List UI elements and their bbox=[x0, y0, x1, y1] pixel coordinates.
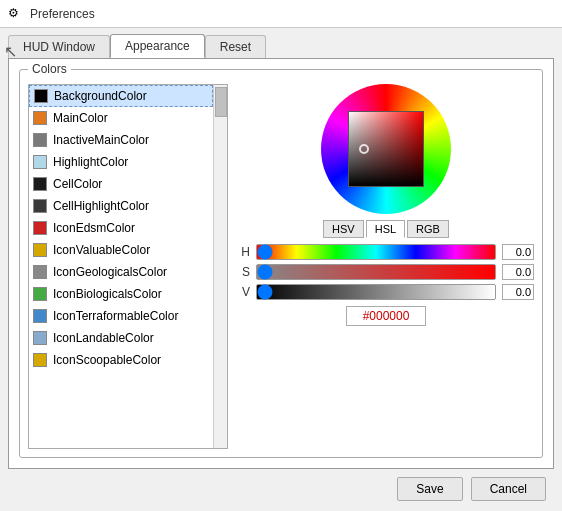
color-swatch bbox=[33, 199, 47, 213]
color-swatch bbox=[33, 287, 47, 301]
list-item[interactable]: IconScoopableColor bbox=[29, 349, 213, 371]
list-item[interactable]: MainColor bbox=[29, 107, 213, 129]
color-name: BackgroundColor bbox=[54, 89, 147, 103]
tab-btn-hsl[interactable]: HSL bbox=[366, 220, 405, 238]
slider-row-s: S bbox=[238, 264, 534, 280]
slider-s-value[interactable] bbox=[502, 264, 534, 280]
color-swatch bbox=[33, 221, 47, 235]
color-name: IconLandableColor bbox=[53, 331, 154, 345]
color-swatch bbox=[33, 331, 47, 345]
save-button[interactable]: Save bbox=[397, 477, 462, 501]
color-list[interactable]: BackgroundColor MainColor InactiveMainCo… bbox=[29, 85, 213, 448]
list-item[interactable]: BackgroundColor bbox=[29, 85, 213, 107]
color-name: CellColor bbox=[53, 177, 102, 191]
list-item[interactable]: IconBiologicalsColor bbox=[29, 283, 213, 305]
color-crosshair[interactable] bbox=[359, 144, 369, 154]
color-swatch bbox=[33, 177, 47, 191]
slider-h-label: H bbox=[238, 245, 250, 259]
color-swatch bbox=[33, 243, 47, 257]
colors-legend: Colors bbox=[28, 62, 71, 76]
slider-s-input[interactable] bbox=[256, 264, 496, 280]
color-name: IconTerraformableColor bbox=[53, 309, 178, 323]
color-swatch bbox=[33, 111, 47, 125]
color-swatch bbox=[33, 353, 47, 367]
main-container: HUD Window Appearance Reset ↖ Colors Bac… bbox=[0, 28, 562, 511]
color-swatch bbox=[33, 133, 47, 147]
color-swatch bbox=[33, 155, 47, 169]
tabs-bar: HUD Window Appearance Reset ↖ bbox=[8, 34, 554, 58]
list-item[interactable]: CellHighlightColor bbox=[29, 195, 213, 217]
color-swatch bbox=[33, 265, 47, 279]
app-icon: ⚙ bbox=[8, 6, 24, 22]
slider-s-label: S bbox=[238, 265, 250, 279]
tab-content: Colors BackgroundColor MainColor bbox=[8, 58, 554, 469]
tab-reset[interactable]: Reset bbox=[205, 35, 266, 58]
tab-btn-hsv[interactable]: HSV bbox=[323, 220, 364, 238]
list-item[interactable]: InactiveMainColor bbox=[29, 129, 213, 151]
colors-inner: BackgroundColor MainColor InactiveMainCo… bbox=[28, 84, 534, 449]
title-bar: ⚙ Preferences bbox=[0, 0, 562, 28]
tab-hud-window[interactable]: HUD Window bbox=[8, 35, 110, 58]
slider-row-v: V bbox=[238, 284, 534, 300]
slider-row-h: H bbox=[238, 244, 534, 260]
color-swatch bbox=[33, 309, 47, 323]
scrollbar[interactable] bbox=[213, 85, 227, 448]
list-item[interactable]: IconEdsmColor bbox=[29, 217, 213, 239]
slider-v-label: V bbox=[238, 285, 250, 299]
slider-section: H S V bbox=[238, 244, 534, 300]
color-name: MainColor bbox=[53, 111, 108, 125]
color-name: IconEdsmColor bbox=[53, 221, 135, 235]
list-item[interactable]: IconTerraformableColor bbox=[29, 305, 213, 327]
color-name: HighlightColor bbox=[53, 155, 128, 169]
color-name: IconValuableColor bbox=[53, 243, 150, 257]
color-name: IconBiologicalsColor bbox=[53, 287, 162, 301]
list-item[interactable]: IconLandableColor bbox=[29, 327, 213, 349]
color-name: IconGeologicalsColor bbox=[53, 265, 167, 279]
hex-input[interactable] bbox=[346, 306, 426, 326]
color-wheel-container[interactable] bbox=[321, 84, 451, 214]
list-item[interactable]: IconGeologicalsColor bbox=[29, 261, 213, 283]
slider-h-value[interactable] bbox=[502, 244, 534, 260]
title-bar-text: Preferences bbox=[30, 7, 95, 21]
list-item[interactable]: HighlightColor bbox=[29, 151, 213, 173]
colors-group: Colors BackgroundColor MainColor bbox=[19, 69, 543, 458]
color-gradient-box[interactable] bbox=[348, 111, 424, 187]
color-swatch bbox=[34, 89, 48, 103]
bottom-buttons: Save Cancel bbox=[8, 469, 554, 505]
color-name: CellHighlightColor bbox=[53, 199, 149, 213]
cancel-button[interactable]: Cancel bbox=[471, 477, 546, 501]
color-picker-panel: HSV HSL RGB H S bbox=[238, 84, 534, 449]
slider-h-input[interactable] bbox=[256, 244, 496, 260]
color-name: IconScoopableColor bbox=[53, 353, 161, 367]
list-item[interactable]: CellColor bbox=[29, 173, 213, 195]
list-item[interactable]: IconValuableColor bbox=[29, 239, 213, 261]
color-name: InactiveMainColor bbox=[53, 133, 149, 147]
tab-btn-rgb[interactable]: RGB bbox=[407, 220, 449, 238]
tab-appearance[interactable]: Appearance bbox=[110, 34, 205, 58]
slider-v-value[interactable] bbox=[502, 284, 534, 300]
color-mode-tabs: HSV HSL RGB bbox=[323, 220, 449, 238]
slider-v-input[interactable] bbox=[256, 284, 496, 300]
